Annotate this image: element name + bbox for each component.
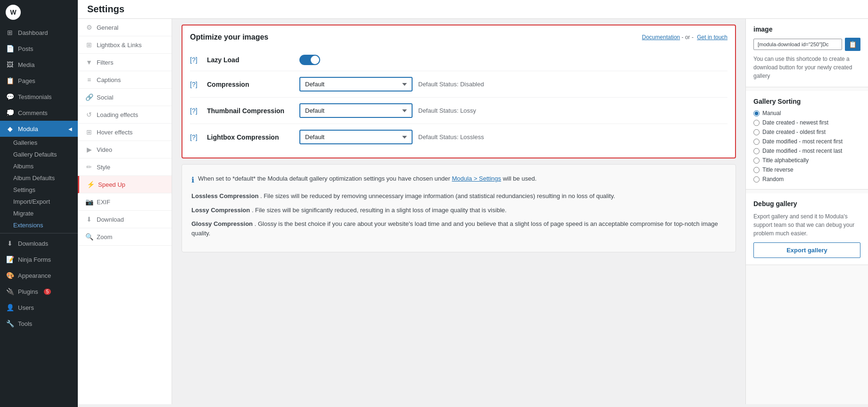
nav-filters[interactable]: ▼ Filters xyxy=(78,54,172,71)
sidebar-item-modula[interactable]: ◆ Modula ◀ xyxy=(0,121,78,137)
sort-modified-last-radio[interactable] xyxy=(753,148,760,154)
sidebar-item-pages[interactable]: 📋 Pages xyxy=(0,73,78,89)
sort-modified-recent[interactable]: Date modified - most recent first xyxy=(753,138,860,145)
lazy-load-toggle[interactable] xyxy=(299,55,320,65)
sort-title-alpha[interactable]: Title alphabetically xyxy=(753,157,860,164)
shortcode-desc: You can use this shortcode to create a d… xyxy=(753,55,860,80)
social-nav-icon: 🔗 xyxy=(85,93,93,101)
lossless-desc: Lossless Compression . File sizes will b… xyxy=(191,191,726,201)
media-icon: 🖼 xyxy=(6,60,14,69)
lossless-title: Lossless Compression xyxy=(191,192,258,199)
shortcode-section: image 📋 You can use this shortcode to cr… xyxy=(746,19,868,87)
sort-modified-recent-radio[interactable] xyxy=(753,139,760,145)
lazy-load-help-icon[interactable]: [?] xyxy=(190,56,199,64)
compression-row: [?] Compression Default Lossless Lossy G… xyxy=(190,71,727,98)
wp-logo-icon: W xyxy=(6,5,21,20)
nav-loading-effects[interactable]: ↺ Loading effects xyxy=(78,106,172,124)
shortcode-row: 📋 xyxy=(753,38,860,51)
nav-speed-up[interactable]: ⚡ Speed Up xyxy=(78,176,172,193)
info-notice: ℹ When set to *default* the Modula defau… xyxy=(191,174,726,186)
debug-desc: Export gallery and send it to Modula's s… xyxy=(753,212,860,238)
hover-nav-icon: ⊞ xyxy=(85,128,93,136)
nav-general[interactable]: ⚙ General xyxy=(78,19,172,36)
sidebar-item-comments[interactable]: 💭 Comments xyxy=(0,105,78,121)
sort-title-reverse[interactable]: Title reverse xyxy=(753,166,860,173)
nav-download[interactable]: ⬇ Download xyxy=(78,211,172,228)
sort-modified-last[interactable]: Date modified - most recent last xyxy=(753,148,860,154)
general-nav-icon: ⚙ xyxy=(85,24,93,31)
sidebar-sub-albums[interactable]: Albums xyxy=(0,160,78,172)
sort-title-reverse-radio[interactable] xyxy=(753,167,760,173)
sidebar-sub-import-export[interactable]: Import/Export xyxy=(0,196,78,208)
thumbnail-select[interactable]: Default Lossless Lossy Glossy xyxy=(299,103,413,118)
testimonials-icon: 💬 xyxy=(6,92,14,101)
video-nav-icon: ▶ xyxy=(85,146,93,153)
gallery-sorting-title: Gallery Sorting xyxy=(753,98,860,105)
sort-manual-radio[interactable] xyxy=(753,110,760,116)
nav-captions[interactable]: ≡ Captions xyxy=(78,71,172,89)
info-box: ℹ When set to *default* the Modula defau… xyxy=(182,164,736,252)
nav-hover-effects[interactable]: ⊞ Hover effects xyxy=(78,124,172,141)
info-notice-text: When set to *default* the Modula default… xyxy=(198,175,452,182)
sidebar-item-media[interactable]: 🖼 Media xyxy=(0,57,78,73)
sidebar-item-appearance[interactable]: 🎨 Appearance xyxy=(0,267,78,283)
export-gallery-button[interactable]: Export gallery xyxy=(753,242,860,258)
shortcode-copy-button[interactable]: 📋 xyxy=(845,38,860,51)
sidebar-item-tools[interactable]: 🔧 Tools xyxy=(0,316,78,332)
sidebar-item-downloads[interactable]: ⬇ Downloads xyxy=(0,235,78,251)
sidebar-item-testimonials[interactable]: 💬 Testimonials xyxy=(0,89,78,105)
modula-settings-link[interactable]: Modula > Settings xyxy=(452,175,501,182)
lazy-load-row: [?] Lazy Load xyxy=(190,49,727,71)
sort-date-oldest-radio[interactable] xyxy=(753,129,760,135)
sort-date-newest[interactable]: Date created - newest first xyxy=(753,119,860,126)
sidebar-sub-settings[interactable]: Settings xyxy=(0,184,78,196)
sidebar-item-dashboard[interactable]: ⊞ Dashboard xyxy=(0,25,78,41)
compression-select[interactable]: Default Lossless Lossy Glossy xyxy=(299,77,413,91)
sort-random[interactable]: Random xyxy=(753,176,860,183)
sidebar-item-users[interactable]: 👤 Users xyxy=(0,299,78,316)
sidebar-sub-extensions[interactable]: Extensions xyxy=(0,219,78,231)
lightbox-control: Default Lossless Lossy Glossy Default St… xyxy=(299,130,727,144)
lightbox-compression-row: [?] Lightbox Compression Default Lossles… xyxy=(190,124,727,150)
shortcode-input[interactable] xyxy=(753,39,842,50)
lightbox-help-icon[interactable]: [?] xyxy=(190,133,199,141)
compression-label: Compression xyxy=(207,81,292,88)
sidebar-sub-gallery-defaults[interactable]: Gallery Defaults xyxy=(0,149,78,160)
thumbnail-help-icon[interactable]: [?] xyxy=(190,107,199,115)
sort-manual[interactable]: Manual xyxy=(753,110,860,116)
sort-random-radio[interactable] xyxy=(753,176,760,183)
nav-social[interactable]: 🔗 Social xyxy=(78,89,172,106)
download-nav-icon: ⬇ xyxy=(85,216,93,223)
lightbox-select[interactable]: Default Lossless Lossy Glossy xyxy=(299,130,413,144)
nav-style[interactable]: ✏ Style xyxy=(78,158,172,176)
nav-video[interactable]: ▶ Video xyxy=(78,141,172,158)
compression-help-icon[interactable]: [?] xyxy=(190,81,199,88)
sort-date-oldest[interactable]: Date created - oldest first xyxy=(753,129,860,135)
documentation-link[interactable]: Documentation xyxy=(642,34,680,41)
or-text: - or - xyxy=(682,34,694,41)
debug-title: Debug gallery xyxy=(753,200,860,208)
nav-zoom[interactable]: 🔍 Zoom xyxy=(78,228,172,246)
sidebar-item-posts[interactable]: 📄 Posts xyxy=(0,41,78,57)
sidebar-sub-galleries[interactable]: Galleries xyxy=(0,137,78,149)
sidebar-item-plugins[interactable]: 🔌 Plugins 5 xyxy=(0,283,78,299)
posts-icon: 📄 xyxy=(6,44,14,53)
get-in-touch-link[interactable]: Get in touch xyxy=(697,34,727,41)
filters-nav-icon: ▼ xyxy=(85,58,93,66)
main-area: Settings ⚙ General ⊞ Lightbox & Links ▼ … xyxy=(78,0,868,407)
compression-control: Default Lossless Lossy Glossy Default St… xyxy=(299,77,727,91)
glossy-title: Glossy Compression xyxy=(191,220,253,227)
gallery-sorting-options: Manual Date created - newest first Date … xyxy=(753,110,860,183)
thumbnail-label: Thumbnail Compression xyxy=(207,107,292,115)
right-panel: image 📋 You can use this shortcode to cr… xyxy=(745,19,868,404)
sidebar-item-ninja-forms[interactable]: 📝 Ninja Forms xyxy=(0,251,78,267)
nav-lightbox-links[interactable]: ⊞ Lightbox & Links xyxy=(78,36,172,54)
sort-date-newest-radio[interactable] xyxy=(753,120,760,126)
sort-title-alpha-radio[interactable] xyxy=(753,158,760,164)
sidebar-sub-album-defaults[interactable]: Album Defaults xyxy=(0,172,78,184)
captions-nav-icon: ≡ xyxy=(85,76,93,83)
lightbox-status: Default Status: Lossless xyxy=(418,133,484,141)
sidebar-sub-migrate[interactable]: Migrate xyxy=(0,208,78,219)
shortcode-title: image xyxy=(753,25,860,33)
nav-exif[interactable]: 📷 EXIF xyxy=(78,193,172,211)
